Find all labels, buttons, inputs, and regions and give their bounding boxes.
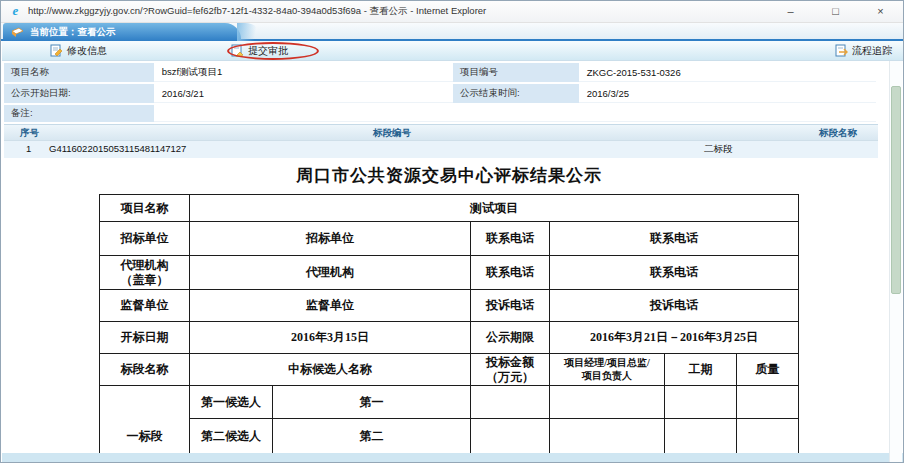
document-title: 周口市公共资源交易中心评标结果公示 bbox=[99, 164, 799, 187]
candidate2-manager bbox=[550, 419, 665, 455]
doc-agency-phone-value: 联系电话 bbox=[550, 256, 799, 290]
row-section-no: G4116022015053115481147127 bbox=[49, 143, 186, 154]
submit-approval-icon bbox=[231, 44, 244, 57]
table-row: 招标单位 招标单位 联系电话 联系电话 bbox=[100, 222, 799, 256]
h-quality: 质量 bbox=[737, 354, 799, 386]
h-duration: 工期 bbox=[665, 354, 737, 386]
window-controls: – □ × bbox=[768, 1, 903, 23]
doc-supervisor-label: 监督单位 bbox=[100, 290, 190, 322]
doc-open-date-label: 开标日期 bbox=[100, 322, 190, 354]
row-no: 1 bbox=[26, 143, 31, 154]
flow-trace-icon bbox=[835, 44, 848, 57]
doc-project-name-value: 测试项目 bbox=[190, 195, 799, 222]
maximize-button[interactable]: □ bbox=[813, 1, 858, 23]
title-bar: e http://www.zkggzyjy.gov.cn/?RowGuid=fe… bbox=[1, 1, 903, 23]
candidate2-quality bbox=[737, 419, 799, 455]
doc-complaint-phone-label: 投诉电话 bbox=[471, 290, 550, 322]
table-header-row: 标段名称 中标候选人名称 投标金额 （万元） 项目经理/项目总监/ 项目负责人 … bbox=[100, 354, 799, 386]
minimize-button[interactable]: – bbox=[768, 1, 813, 23]
candidate1-manager bbox=[550, 386, 665, 419]
h-bid-amount: 投标金额 （万元） bbox=[471, 354, 550, 386]
candidate-row: 第二候选人 第二 bbox=[100, 419, 799, 455]
close-button[interactable]: × bbox=[858, 1, 903, 23]
announcement-document: 周口市公共资源交易中心评标结果公示 项目名称 测试项目 招标单位 招标单位 联系… bbox=[2, 158, 904, 454]
doc-complaint-phone-value: 投诉电话 bbox=[550, 290, 799, 322]
modify-info-label: 修改信息 bbox=[67, 44, 107, 58]
project-no-value: ZKGC-2015-531-0326 bbox=[579, 63, 876, 82]
modify-info-button[interactable]: 修改信息 bbox=[46, 43, 111, 59]
doc-period-label: 公示期限 bbox=[471, 322, 550, 354]
page-content: 项目名称 bszf测试项目1 项目编号 ZKGC-2015-531-0326 公… bbox=[2, 61, 904, 463]
window-title: http://www.zkggzyjy.gov.cn/?RowGuid=fef6… bbox=[28, 5, 768, 18]
start-date-label: 公示开始日期: bbox=[4, 84, 154, 103]
col-section-name-header: 标段名称 bbox=[819, 127, 857, 140]
table-row: 代理机构 （盖章） 代理机构 联系电话 联系电话 bbox=[100, 256, 799, 290]
scrollbar-thumb[interactable] bbox=[891, 86, 901, 294]
vertical-scrollbar[interactable] bbox=[889, 61, 902, 463]
candidate1-quality bbox=[737, 386, 799, 419]
table-row: 开标日期 2016年3月15日 公示期限 2016年3月21日－2016年3月2… bbox=[100, 322, 799, 354]
col-section-no-header: 标段编号 bbox=[373, 127, 411, 140]
bottom-strip bbox=[2, 453, 904, 462]
flow-trace-button[interactable]: 流程追踪 bbox=[831, 43, 896, 59]
doc-contact-phone-value: 联系电话 bbox=[550, 222, 799, 256]
ie-window: e http://www.zkggzyjy.gov.cn/?RowGuid=fe… bbox=[0, 0, 904, 463]
h-manager-line2: 项目负责人 bbox=[550, 370, 664, 383]
edit-note-icon bbox=[50, 44, 63, 57]
tab-view-announcement[interactable]: 当前位置：查看公示 bbox=[3, 23, 241, 41]
table-row: 项目名称 测试项目 bbox=[100, 195, 799, 222]
project-name-value: bszf测试项目1 bbox=[154, 63, 453, 82]
end-date-label: 公示结束时间: bbox=[453, 84, 579, 103]
grid-header: 序号 标段编号 标段名称 bbox=[4, 124, 878, 141]
agency-label-line2: （盖章） bbox=[100, 273, 189, 288]
candidate1-duration bbox=[665, 386, 737, 419]
doc-tender-unit-value: 招标单位 bbox=[190, 222, 471, 256]
col-no-header: 序号 bbox=[20, 127, 39, 140]
tab-strip: 当前位置：查看公示 bbox=[1, 23, 903, 41]
doc-period-value: 2016年3月21日－2016年3月25日 bbox=[550, 322, 799, 354]
section-one-name: 一标段 bbox=[100, 386, 190, 455]
announcement-form: 项目名称 bszf测试项目1 项目编号 ZKGC-2015-531-0326 公… bbox=[2, 61, 876, 122]
flow-trace-label: 流程追踪 bbox=[852, 44, 892, 58]
project-name-label: 项目名称 bbox=[4, 63, 154, 82]
candidate1-name: 第一 bbox=[273, 386, 471, 419]
location-icon bbox=[11, 26, 24, 39]
doc-contact-phone-label: 联系电话 bbox=[471, 222, 550, 256]
candidate1-rank: 第一候选人 bbox=[190, 386, 273, 419]
submit-approval-label: 提交审批 bbox=[248, 44, 288, 58]
section-row[interactable]: 1 G4116022015053115481147127 二标段 bbox=[4, 141, 878, 158]
h-bid-amount-line2: （万元） bbox=[471, 370, 549, 385]
ie-logo-icon: e bbox=[8, 4, 23, 19]
start-date-value: 2016/3/21 bbox=[154, 84, 453, 103]
doc-agency-value: 代理机构 bbox=[190, 256, 471, 290]
doc-agency-phone-label: 联系电话 bbox=[471, 256, 550, 290]
candidate2-rank: 第二候选人 bbox=[190, 419, 273, 455]
doc-project-name-label: 项目名称 bbox=[100, 195, 190, 222]
end-date-value: 2016/3/25 bbox=[579, 84, 876, 103]
section-grid: 序号 标段编号 标段名称 1 G411602201505311548114712… bbox=[4, 124, 878, 158]
doc-agency-label: 代理机构 （盖章） bbox=[100, 256, 190, 290]
toolbar: 修改信息 提交审批 流程追踪 bbox=[2, 41, 904, 61]
project-no-label: 项目编号 bbox=[453, 63, 579, 82]
candidate2-duration bbox=[665, 419, 737, 455]
doc-supervisor-value: 监督单位 bbox=[190, 290, 471, 322]
table-row: 监督单位 监督单位 投诉电话 投诉电话 bbox=[100, 290, 799, 322]
row-section-name: 二标段 bbox=[704, 143, 733, 156]
result-table: 项目名称 测试项目 招标单位 招标单位 联系电话 联系电话 代理机构 （盖章） … bbox=[99, 194, 799, 454]
remark-value bbox=[154, 105, 876, 122]
h-bid-amount-line1: 投标金额 bbox=[471, 355, 549, 370]
h-manager-line1: 项目经理/项目总监/ bbox=[550, 357, 664, 370]
h-candidate-name: 中标候选人名称 bbox=[190, 354, 471, 386]
tab-label: 当前位置：查看公示 bbox=[30, 26, 116, 39]
doc-tender-unit-label: 招标单位 bbox=[100, 222, 190, 256]
h-project-manager: 项目经理/项目总监/ 项目负责人 bbox=[550, 354, 665, 386]
agency-label-line1: 代理机构 bbox=[100, 258, 189, 273]
candidate2-name: 第二 bbox=[273, 419, 471, 455]
candidate1-amount bbox=[471, 386, 550, 419]
candidate-row: 一标段 第一候选人 第一 bbox=[100, 386, 799, 419]
candidate2-amount bbox=[471, 419, 550, 455]
remark-label: 备注: bbox=[4, 105, 154, 122]
doc-open-date-value: 2016年3月15日 bbox=[190, 322, 471, 354]
h-section-name: 标段名称 bbox=[100, 354, 190, 386]
submit-approval-button[interactable]: 提交审批 bbox=[227, 43, 292, 59]
